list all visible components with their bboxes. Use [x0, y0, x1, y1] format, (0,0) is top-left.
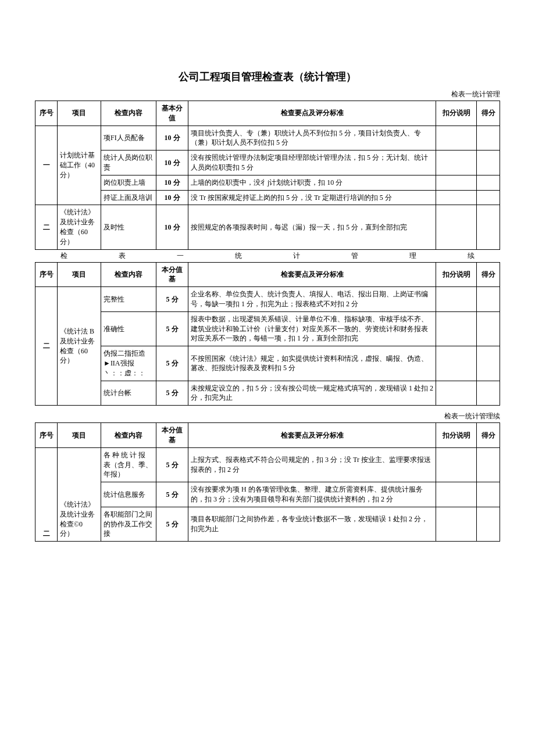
- cell-score: 5 分: [156, 381, 188, 406]
- cell-deduct: [436, 447, 477, 482]
- cell-criteria: 项目统计负责人、专（兼）职统计人员不到位扣 5 分，项目计划负责人、专（兼）职计…: [188, 126, 436, 151]
- table-row: 伪报二指拒造►IIA强报丶：：虚：： 5 分 不按照国家《统计法》规定，如实提供…: [35, 346, 500, 381]
- cell-deduct: [436, 381, 477, 406]
- table-row: 二 《统计法》及统计业务检查（60 分） 及时性 10 分 按照规定的各项报表时…: [35, 205, 500, 249]
- header-base: 基本分值: [156, 101, 188, 126]
- header-base: 本分值基: [156, 262, 188, 287]
- cell-seq: 一: [35, 126, 58, 205]
- cell-final: [477, 205, 500, 249]
- header-final: 得分: [477, 423, 500, 448]
- table-row: 准确性 5 分 报表中数据，出现逻辑关系错误、计量单位不准、指标缺项、审核手续不…: [35, 311, 500, 346]
- cell-content: 岗位职责上墙: [101, 175, 156, 190]
- table-header-row: 序号 项目 检查内容 本分值基 检套要点及评分标准 扣分说明 得分: [35, 262, 500, 287]
- table2-caption: 检 表 一 统 计 管 理 续: [35, 251, 500, 261]
- cell-score: 10 分: [156, 190, 188, 205]
- cell-content: 准确性: [101, 311, 156, 346]
- cell-seq: 二: [35, 205, 58, 249]
- header-content: 检查内容: [101, 262, 156, 287]
- header-final: 得分: [477, 101, 500, 126]
- cell-deduct: [436, 175, 477, 190]
- table1-caption: 检表一统计管理: [35, 89, 500, 99]
- cell-final: [477, 287, 500, 312]
- cell-score: 5 分: [156, 482, 188, 507]
- cell-deduct: [436, 482, 477, 507]
- table-row: 二 《统计法 B 及统计业务检查（60 分） 完整性 5 分 企业名称、单位负责…: [35, 287, 500, 312]
- header-seq: 序号: [35, 101, 58, 126]
- cell-score: 10 分: [156, 151, 188, 175]
- header-criteria: 检查要点及评分标准: [188, 101, 436, 126]
- cell-score: 5 分: [156, 287, 188, 312]
- cell-final: [477, 126, 500, 151]
- cell-content: 各 种 统 计 报 表（含月、季、年报）: [101, 447, 156, 482]
- header-criteria: 检套要点及评分标准: [188, 262, 436, 287]
- cell-seq: 二: [35, 287, 58, 406]
- cell-final: [477, 311, 500, 346]
- cell-deduct: [436, 287, 477, 312]
- cell-item: 计划统计基础工作（40 分）: [58, 126, 101, 205]
- cell-content: 统计人员岗位职责: [101, 151, 156, 175]
- table-row: 一 计划统计基础工作（40 分） 项FI人员配备 10 分 项目统计负责人、专（…: [35, 126, 500, 151]
- cell-deduct: [436, 507, 477, 541]
- table-row: 岗位职责上墙 10 分 上墙的岗位职责中，没彳j计划统计职责，扣 10 分: [35, 175, 500, 190]
- cell-content: 及时性: [101, 205, 156, 249]
- page-title: 公司工程项目管理检查表（统计管理）: [35, 70, 500, 84]
- cell-deduct: [436, 126, 477, 151]
- header-final: 得分: [477, 262, 500, 287]
- cell-criteria: 上报方式、报表格式不符合公司规定的，扣 3 分；没 Tr 按业主、监理要求报送报…: [188, 447, 436, 482]
- cell-final: [477, 346, 500, 381]
- table-row: 统计人员岗位职责 10 分 没有按照统计管理办法制定项目经理部统计管理办法，扣 …: [35, 151, 500, 175]
- cell-final: [477, 507, 500, 541]
- cell-criteria: 没有按要求为项 H 的各项管理收集、整理、建立所需资料库、提供统计服务的，扣 3…: [188, 482, 436, 507]
- table-header-row: 序号 项目 检查内容 基本分值 检查要点及评分标准 扣分说明 得分: [35, 101, 500, 126]
- cell-content: 持证上面及培训: [101, 190, 156, 205]
- cell-deduct: [436, 311, 477, 346]
- cell-final: [477, 381, 500, 406]
- table-row: 各职能部门之间的协作及工作交接 5 分 项目各职能部门之间协作差，各专业统计数据…: [35, 507, 500, 541]
- header-seq: 序号: [35, 262, 58, 287]
- cell-content: 完整性: [101, 287, 156, 312]
- cell-score: 10 分: [156, 175, 188, 190]
- cell-score: 5 分: [156, 346, 188, 381]
- table-row: 二 《统计法》及统计业务检查©0 分） 各 种 统 计 报 表（含月、季、年报）…: [35, 447, 500, 482]
- cell-item: 《统计法》及统计业务检查（60 分）: [58, 205, 101, 249]
- cell-final: [477, 151, 500, 175]
- table-row: 统计信息服务 5 分 没有按要求为项 H 的各项管理收集、整理、建立所需资料库、…: [35, 482, 500, 507]
- table-row: 持证上面及培训 10 分 没 Tr 按国家规定持证上岗的扣 5 分，没 Tr 定…: [35, 190, 500, 205]
- cell-score: 10 分: [156, 126, 188, 151]
- header-item: 项目: [58, 262, 101, 287]
- header-deduct: 扣分说明: [436, 262, 477, 287]
- header-item: 项目: [58, 101, 101, 126]
- cell-content: 各职能部门之间的协作及工作交接: [101, 507, 156, 541]
- cell-final: [477, 175, 500, 190]
- header-base: 本分值基: [156, 423, 188, 448]
- cell-item: 《统计法 B 及统计业务检查（60 分）: [58, 287, 101, 406]
- header-criteria: 检套要点及评分标准: [188, 423, 436, 448]
- cell-final: [477, 190, 500, 205]
- cell-criteria: 不按照国家《统计法》规定，如实提供统计资料和情况，虚报、瞒报、伪造、篡改、拒报统…: [188, 346, 436, 381]
- header-deduct: 扣分说明: [436, 423, 477, 448]
- cell-final: [477, 482, 500, 507]
- table3-caption: 检表一统计管理续: [35, 411, 500, 421]
- cell-score: 10 分: [156, 205, 188, 249]
- header-content: 检查内容: [101, 101, 156, 126]
- cell-criteria: 上墙的岗位职责中，没彳j计划统计职责，扣 10 分: [188, 175, 436, 190]
- table-row: 统计台帐 5 分 未按规定设立的，扣 5 分；没有按公司统一规定格式填写的，发现…: [35, 381, 500, 406]
- cell-deduct: [436, 190, 477, 205]
- cell-content: 统计台帐: [101, 381, 156, 406]
- cell-content: 项FI人员配备: [101, 126, 156, 151]
- cell-item: 《统计法》及统计业务检查©0 分）: [58, 447, 101, 541]
- cell-score: 5 分: [156, 311, 188, 346]
- header-item: 项目: [58, 423, 101, 448]
- cell-score: 5 分: [156, 447, 188, 482]
- table2: 序号 项目 检查内容 本分值基 检套要点及评分标准 扣分说明 得分 二 《统计法…: [35, 262, 500, 406]
- cell-criteria: 项目各职能部门之间协作差，各专业统计数据不一致，发现错误 1 处扣 2 分，扣完…: [188, 507, 436, 541]
- header-seq: 序号: [35, 423, 58, 448]
- cell-deduct: [436, 205, 477, 249]
- cell-final: [477, 447, 500, 482]
- cell-criteria: 企业名称、单位负责人、统计负责人、填报人、电话、报出日期、上岗证书编号，每缺一项…: [188, 287, 436, 312]
- cell-score: 5 分: [156, 507, 188, 541]
- cell-criteria: 按照规定的各项报表时间，每迟（漏）报一天，扣 5 分，直到全部扣完: [188, 205, 436, 249]
- cell-criteria: 没有按照统计管理办法制定项目经理部统计管理办法，扣 5 分；无计划、统计人员岗位…: [188, 151, 436, 175]
- cell-criteria: 未按规定设立的，扣 5 分；没有按公司统一规定格式填写的，发现错误 1 处扣 2…: [188, 381, 436, 406]
- header-deduct: 扣分说明: [436, 101, 477, 126]
